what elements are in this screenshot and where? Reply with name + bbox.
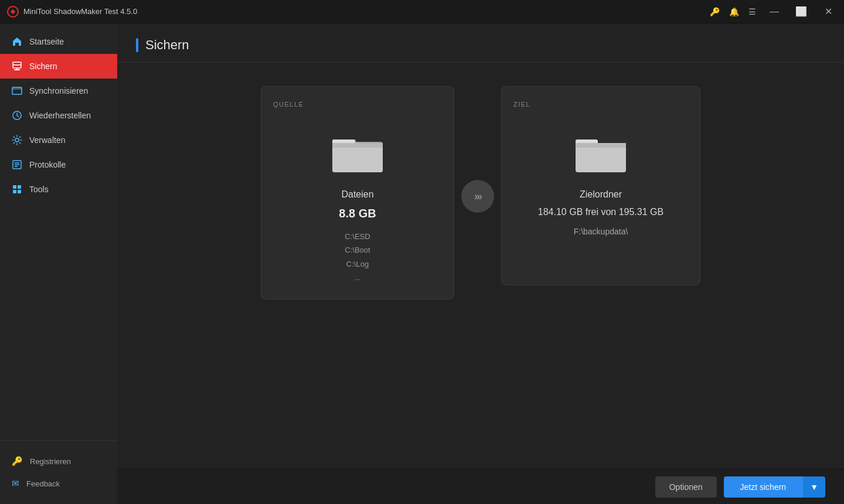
sidebar-item-verwalten[interactable]: Verwalten [0,128,117,152]
sidebar-label-registrieren: Registrieren [30,457,71,466]
target-card[interactable]: ZIEL Zielordner 184.10 GB frei von 195.3… [501,86,700,285]
nav-items: Startseite Sichern [0,23,117,440]
arrow-button[interactable]: ››› [461,180,494,213]
sidebar-item-protokolle[interactable]: Protokolle [0,152,117,177]
target-type-label: Zielordner [580,189,622,200]
mail-icon: ✉ [12,478,19,489]
svg-rect-3 [14,69,20,70]
svg-rect-22 [332,143,383,148]
header-accent [136,38,138,52]
sidebar-label-verwalten: Verwalten [29,135,65,145]
source-card[interactable]: QUELLE Dateien 8.8 GB [261,86,454,299]
svg-rect-25 [576,143,626,148]
sidebar-label-sichern: Sichern [29,62,57,71]
sidebar-item-synchronisieren[interactable]: Synchronisieren [0,79,117,103]
menu-icon[interactable]: ☰ [748,7,756,16]
sidebar-label-startseite: Startseite [29,37,64,46]
sidebar-label-protokolle: Protokolle [29,160,66,169]
source-path-2: C:\Boot [345,243,370,257]
logs-icon [12,159,22,170]
backup-button-group: Jetzt sichern ▼ [724,476,825,498]
sidebar-item-wiederherstellen[interactable]: Wiederherstellen [0,103,117,128]
restore-icon [12,110,22,121]
svg-rect-14 [18,185,21,189]
sidebar-item-sichern[interactable]: Sichern [0,54,117,79]
sidebar-label-wiederherstellen: Wiederherstellen [29,111,91,120]
manage-icon [12,135,22,145]
main-layout: Startseite Sichern [0,23,844,504]
svg-rect-13 [13,185,16,189]
bottom-bar: Optionen Jetzt sichern ▼ [117,469,844,504]
sidebar-item-registrieren[interactable]: 🔑 Registrieren [0,450,117,472]
source-type-label: Dateien [341,189,373,200]
source-paths: C:\ESD C:\Boot C:\Log ... [345,230,370,285]
bell-icon[interactable]: 🔔 [729,7,739,16]
backup-now-button[interactable]: Jetzt sichern [724,476,803,498]
svg-rect-15 [13,190,16,193]
key-bottom-icon: 🔑 [12,456,23,466]
home-icon [12,36,22,47]
source-size: 8.8 GB [339,207,376,220]
target-free-space: 184.10 GB frei von 195.31 GB [538,207,663,217]
backup-icon [12,61,22,71]
titlebar: MiniTool ShadowMaker Test 4.5.0 🔑 🔔 ☰ — … [0,0,844,23]
content-area: Sichern QUELLE [117,23,844,504]
app-logo [7,6,19,18]
page-title: Sichern [145,38,189,53]
minimize-button[interactable]: — [765,3,783,21]
sidebar-item-tools[interactable]: Tools [0,177,117,202]
sidebar-item-startseite[interactable]: Startseite [0,29,117,54]
page-header: Sichern [117,23,844,63]
close-button[interactable]: ✕ [819,3,837,21]
target-path: F:\backupdata\ [574,227,628,236]
sync-icon [12,86,22,96]
source-path-more: ... [345,271,370,284]
tools-icon [12,184,22,195]
maximize-button[interactable]: ⬜ [792,3,810,21]
sidebar-bottom: 🔑 Registrieren ✉ Feedback [0,440,117,504]
arrow-symbol: ››› [474,190,481,203]
key-icon[interactable]: 🔑 [710,7,720,16]
backup-dropdown-button[interactable]: ▼ [802,476,825,498]
options-button[interactable]: Optionen [655,476,717,498]
target-card-label: ZIEL [513,101,530,108]
sidebar-label-synchronisieren: Synchronisieren [29,86,88,96]
titlebar-actions: 🔑 🔔 ☰ — ⬜ ✕ [710,3,837,21]
source-folder-icon [331,131,384,178]
svg-rect-4 [16,68,18,69]
sidebar-label-feedback: Feedback [26,479,60,488]
svg-rect-6 [12,87,22,90]
sidebar: Startseite Sichern [0,23,117,504]
sidebar-label-tools: Tools [29,185,49,194]
arrow-connector: ››› [454,180,501,213]
cards-area: QUELLE Dateien 8.8 GB [117,63,844,469]
svg-rect-16 [18,190,21,193]
app-title: MiniTool ShadowMaker Test 4.5.0 [23,7,710,16]
sidebar-item-feedback[interactable]: ✉ Feedback [0,472,117,495]
source-path-3: C:\Log [345,257,370,271]
source-path-1: C:\ESD [345,230,370,243]
svg-point-8 [15,138,19,142]
svg-rect-2 [13,64,21,66]
target-folder-icon [574,131,627,178]
source-card-label: QUELLE [273,101,304,108]
